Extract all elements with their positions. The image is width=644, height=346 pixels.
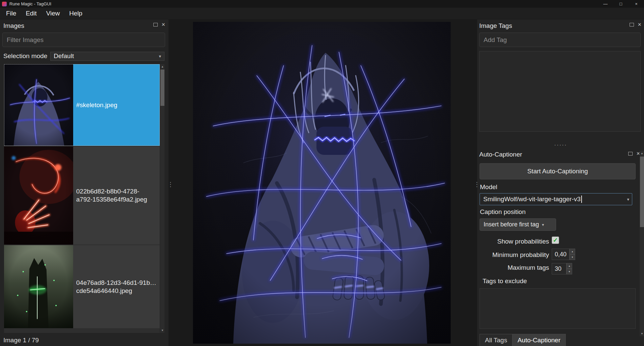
tab-all-tags[interactable]: All Tags [480,334,512,346]
add-tag-input[interactable] [479,33,641,47]
image-tags-panel-title: Image Tags [479,22,512,30]
image-tags-float-icon[interactable] [630,23,634,27]
tag-list[interactable] [479,51,641,132]
scroll-up-icon[interactable]: ▲ [160,64,164,69]
spin-up-icon[interactable]: ▴ [566,263,572,269]
app-logo-icon [2,2,7,6]
chevron-down-icon: ▾ [159,54,161,59]
images-panel-title: Images [3,22,24,30]
caption-position-dropdown[interactable]: Insert before first tag ▾ [480,218,556,231]
maximum-tags-label: Maximum tags [477,264,549,271]
image-index-status: Image 1 / 79 [3,337,39,344]
tags-to-exclude-textarea[interactable] [480,288,636,329]
minimum-probability-value[interactable]: 0,40 [552,249,569,260]
images-panel-close-icon[interactable]: × [161,23,165,27]
selection-mode-row: Selection mode Default ▾ [3,51,164,61]
image-tags-dock-icons: × [630,23,641,27]
start-auto-captioning-button[interactable]: Start Auto-Captioning [480,163,636,179]
maximize-button[interactable]: □ [613,0,629,8]
splitter-handle-horizontal[interactable]: ····· [477,142,644,148]
titlebar: Rune Magic - TagGUI — □ × [0,0,644,8]
image-tags-close-icon[interactable]: × [638,23,641,27]
caption-position-label: Caption position [480,208,526,216]
menu-file[interactable]: File [1,8,21,19]
scroll-down-icon[interactable]: ▼ [160,328,164,333]
selection-mode-label: Selection mode [3,52,47,60]
chevron-down-icon[interactable]: ▾ [627,197,629,202]
image-filename: 022b6d82-b8b0-4728- a792-15358e64f9a2.jp… [73,146,160,245]
bottom-dock-tabs: All Tags Auto-Captioner [480,334,566,346]
auto-captioner-panel-title: Auto-Captioner [479,151,522,158]
spin-down-icon[interactable]: ▾ [566,269,572,274]
minimize-button[interactable]: — [598,0,613,8]
show-probabilities-label: Show probabilities [477,238,549,245]
spin-arrows: ▴ ▾ [569,249,575,260]
images-panel-float-icon[interactable] [153,23,158,27]
filter-images-input[interactable] [2,33,165,47]
selection-mode-value: Default [54,52,74,60]
image-list: #skeleton.jpeg [4,64,164,333]
image-list-item-dragon[interactable]: 022b6d82-b8b0-4728- a792-15358e64f9a2.jp… [4,146,160,245]
image-viewer [168,19,477,346]
thumbnail-skeleton [4,64,73,146]
menubar: File Edit View Help [0,8,644,19]
image-list-item-skeleton[interactable]: #skeleton.jpeg [4,64,160,146]
thumbnail-knight [4,245,73,328]
maximum-tags-value[interactable]: 30 [552,263,566,274]
chevron-down-icon: ▾ [542,222,544,227]
maximum-tags-spinbox[interactable]: 30 ▴ ▾ [552,263,572,274]
auto-captioner-float-icon[interactable] [628,152,633,156]
image-list-item-knight[interactable]: 04e76ad8-12d3-46d1-91b… cde54a646440.jpe… [4,245,160,328]
tab-auto-captioner[interactable]: Auto-Captioner [512,334,566,346]
image-filename: 04e76ad8-12d3-46d1-91b… cde54a646440.jpe… [73,245,160,328]
tags-to-exclude-label: Tags to exclude [483,277,527,285]
spin-up-icon[interactable]: ▴ [569,249,575,254]
scrollbar-thumb[interactable] [640,157,644,227]
images-panel: Images × Selection mode Default ▾ [0,19,168,346]
spin-down-icon[interactable]: ▾ [569,254,575,260]
show-probabilities-checkbox[interactable]: ✓ [552,236,559,244]
image-filename: #skeleton.jpeg [73,64,160,146]
checkmark-icon: ✓ [553,236,558,244]
splitter-handle-left[interactable]: ⋮ [167,181,174,188]
text-cursor [581,196,582,203]
images-panel-dock-icons: × [153,23,165,27]
menu-help[interactable]: Help [64,8,87,19]
menu-edit[interactable]: Edit [21,8,42,19]
spin-arrows: ▴ ▾ [566,263,572,274]
image-list-scrollbar[interactable]: ▲ ▼ [160,64,164,333]
auto-captioner-dock-icons: × [628,152,640,156]
window-controls: — □ × [598,0,644,8]
window-title: Rune Magic - TagGUI [9,1,51,6]
scrollbar-thumb[interactable] [160,70,164,106]
caption-position-value: Insert before first tag [484,221,539,228]
main-image [193,22,451,344]
selection-mode-combobox[interactable]: Default ▾ [50,52,164,61]
right-panel: Image Tags × ····· Auto-Captioner × Star… [477,19,644,346]
minimum-probability-spinbox[interactable]: 0,40 ▴ ▾ [552,249,575,260]
scroll-up-icon[interactable]: ▲ [640,151,644,156]
minimum-probability-label: Minimum probability [477,251,549,259]
model-label: Model [480,183,497,191]
menu-view[interactable]: View [41,8,64,19]
close-button[interactable]: × [629,0,644,8]
scroll-down-icon[interactable]: ▼ [640,331,644,336]
auto-captioner-scrollbar[interactable]: ▲ ▼ [639,151,644,336]
model-value: SmilingWolf/wd-vit-large-tagger-v3 [483,196,581,203]
model-combobox[interactable]: SmilingWolf/wd-vit-large-tagger-v3 ▾ [480,193,632,205]
thumbnail-dragon [4,146,73,245]
